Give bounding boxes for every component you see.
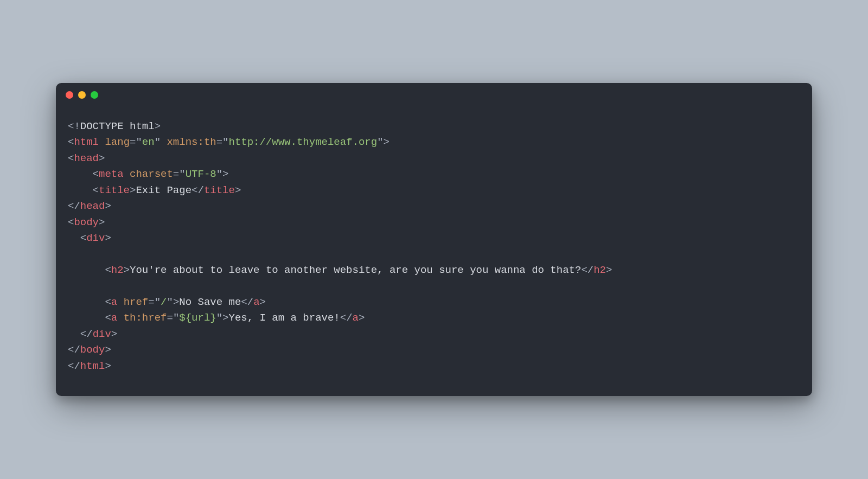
a1-close-gt: > bbox=[260, 296, 266, 308]
window-minimize-icon[interactable] bbox=[78, 91, 86, 99]
meta-lt: < bbox=[93, 168, 99, 180]
body-tag: body bbox=[74, 216, 99, 228]
eq: = bbox=[167, 312, 173, 324]
indent bbox=[68, 232, 80, 244]
title-text: Exit Page bbox=[136, 184, 192, 196]
div-open-gt: > bbox=[105, 232, 111, 244]
attr-href: href bbox=[124, 296, 149, 308]
body-close-lt: </ bbox=[68, 344, 80, 356]
title-close-tag: title bbox=[204, 184, 235, 196]
a2-close-gt: > bbox=[359, 312, 365, 324]
quote-close: " bbox=[216, 168, 222, 180]
attr-charset: charset bbox=[130, 168, 173, 180]
sp bbox=[99, 136, 105, 148]
eq: = bbox=[216, 136, 222, 148]
attr-xmlns-value: http://www.thymeleaf.org bbox=[229, 136, 378, 148]
a2-close-lt: </ bbox=[340, 312, 353, 324]
head-close-gt: > bbox=[105, 200, 111, 212]
quote-open: " bbox=[179, 168, 185, 180]
a2-lt: < bbox=[105, 312, 111, 324]
eq: = bbox=[173, 168, 179, 180]
div-tag: div bbox=[86, 232, 105, 244]
quote-open: " bbox=[136, 136, 142, 148]
title-close-gt: > bbox=[235, 184, 241, 196]
doctype-open: <! bbox=[68, 120, 80, 132]
body-open-lt: < bbox=[68, 216, 74, 228]
html-close-gt: > bbox=[105, 360, 111, 372]
indent bbox=[68, 184, 93, 196]
html-tag: html bbox=[74, 136, 99, 148]
body-close-gt: > bbox=[105, 344, 111, 356]
window-titlebar bbox=[56, 83, 812, 107]
attr-th-href: th:href bbox=[124, 312, 167, 324]
h2-tag: h2 bbox=[111, 264, 124, 276]
meta-gt: > bbox=[222, 168, 228, 180]
attr-lang: lang bbox=[105, 136, 130, 148]
attr-lang-value: en bbox=[142, 136, 155, 148]
quote-close: " bbox=[377, 136, 383, 148]
head-open-lt: < bbox=[68, 152, 74, 164]
sp bbox=[161, 136, 167, 148]
doctype-close: > bbox=[155, 120, 161, 132]
window-close-icon[interactable] bbox=[66, 91, 73, 99]
head-tag: head bbox=[74, 152, 99, 164]
indent bbox=[68, 328, 80, 340]
head-open-gt: > bbox=[99, 152, 105, 164]
a1-close-lt: </ bbox=[241, 296, 253, 308]
html-open-lt: < bbox=[68, 136, 74, 148]
html-close-lt: </ bbox=[68, 360, 80, 372]
attr-xmlns: xmlns:th bbox=[167, 136, 216, 148]
html-close-tag: html bbox=[80, 360, 105, 372]
div-close-lt: </ bbox=[80, 328, 93, 340]
indent bbox=[68, 296, 105, 308]
indent bbox=[68, 168, 93, 180]
div-close-tag: div bbox=[93, 328, 111, 340]
a2-text: Yes, I am a brave! bbox=[229, 312, 340, 324]
eq: = bbox=[148, 296, 154, 308]
indent bbox=[68, 264, 105, 276]
a2-close-tag: a bbox=[353, 312, 359, 324]
a1-tag: a bbox=[111, 296, 117, 308]
a1-href-value: / bbox=[161, 296, 167, 308]
title-close-lt: </ bbox=[192, 184, 204, 196]
h2-close-lt: </ bbox=[581, 264, 593, 276]
head-close-lt: </ bbox=[68, 200, 80, 212]
div-close-gt: > bbox=[111, 328, 117, 340]
indent bbox=[68, 312, 105, 324]
quote-open: " bbox=[173, 312, 179, 324]
h2-lt: < bbox=[105, 264, 111, 276]
h2-close-tag: h2 bbox=[593, 264, 606, 276]
quote-close: " bbox=[155, 136, 161, 148]
h2-text: You're about to leave to another website… bbox=[130, 264, 581, 276]
head-close-tag: head bbox=[80, 200, 105, 212]
window-zoom-icon[interactable] bbox=[91, 91, 98, 99]
a1-text: No Save me bbox=[179, 296, 241, 308]
a2-gt: > bbox=[222, 312, 228, 324]
doctype-text: DOCTYPE html bbox=[80, 120, 155, 132]
sp bbox=[124, 168, 130, 180]
h2-gt: > bbox=[124, 264, 130, 276]
sp bbox=[117, 296, 123, 308]
quote-open: " bbox=[222, 136, 228, 148]
eq: = bbox=[130, 136, 136, 148]
sp bbox=[117, 312, 123, 324]
meta-tag: meta bbox=[99, 168, 124, 180]
a2-tag: a bbox=[111, 312, 117, 324]
a1-gt: > bbox=[173, 296, 179, 308]
body-open-gt: > bbox=[99, 216, 105, 228]
a2-href-value: ${url} bbox=[179, 312, 216, 324]
a1-lt: < bbox=[105, 296, 111, 308]
quote-open: " bbox=[155, 296, 161, 308]
div-open-lt: < bbox=[80, 232, 86, 244]
quote-close: " bbox=[216, 312, 222, 324]
quote-close: " bbox=[167, 296, 173, 308]
title-tag: title bbox=[99, 184, 130, 196]
attr-charset-value: UTF-8 bbox=[186, 168, 216, 180]
a1-close-tag: a bbox=[253, 296, 259, 308]
html-open-gt: > bbox=[384, 136, 390, 148]
title-lt: < bbox=[93, 184, 99, 196]
h2-close-gt: > bbox=[606, 264, 612, 276]
code-block: <!DOCTYPE html> <html lang="en" xmlns:th… bbox=[56, 107, 812, 396]
body-close-tag: body bbox=[80, 344, 105, 356]
title-gt: > bbox=[130, 184, 136, 196]
